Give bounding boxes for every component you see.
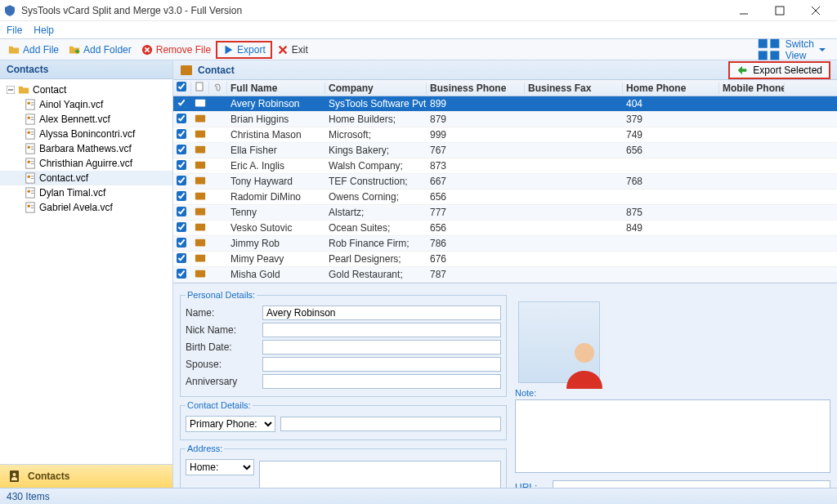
row-checkbox[interactable] xyxy=(177,160,186,170)
nick-field[interactable] xyxy=(262,323,501,337)
svg-rect-49 xyxy=(195,130,205,137)
cell-bphone: 676 xyxy=(427,253,525,265)
add-folder-button[interactable]: Add Folder xyxy=(64,42,137,57)
table-row[interactable]: Mimy Peavy Pearl Designers; 676 xyxy=(173,252,837,267)
birth-label: Birth Date: xyxy=(186,341,257,353)
personal-legend: Personal Details: xyxy=(186,290,257,300)
svg-rect-26 xyxy=(31,149,34,149)
url-field[interactable] xyxy=(553,480,830,488)
table-row[interactable]: Avery Robinson SysTools Software Pvt. Lt… xyxy=(173,96,837,112)
nav-contacts[interactable]: Contacts xyxy=(0,465,172,488)
sidebar-header: Contacts xyxy=(0,60,172,79)
cell-company: Home Builders; xyxy=(325,114,427,125)
row-checkbox[interactable] xyxy=(177,253,186,263)
svg-rect-13 xyxy=(31,102,34,103)
col-home-phone[interactable]: Home Phone xyxy=(623,83,719,94)
table-row[interactable]: Ella Fisher Kings Bakery; 767 656 xyxy=(173,143,837,158)
tree-file[interactable]: Dylan Timal.vcf xyxy=(0,185,172,200)
col-business-phone[interactable]: Business Phone xyxy=(427,83,525,94)
tree-file[interactable]: Alex Bennett.vcf xyxy=(0,112,172,127)
vcf-file-icon xyxy=(25,158,36,169)
table-row[interactable]: Vesko Sutovic Ocean Suites; 656 849 xyxy=(173,221,837,236)
row-checkbox[interactable] xyxy=(177,222,186,232)
table-row[interactable]: Tony Hayward TEF Construction; 667 768 xyxy=(173,174,837,190)
table-row[interactable]: Tenny Alstartz; 777 875 xyxy=(173,205,837,221)
card-icon xyxy=(195,206,206,217)
minimize-button[interactable] xyxy=(726,0,762,21)
address-field[interactable] xyxy=(259,461,501,488)
row-checkbox[interactable] xyxy=(177,238,186,248)
remove-file-label: Remove File xyxy=(156,44,211,56)
row-checkbox[interactable] xyxy=(177,98,186,108)
personal-details-group: Personal Details: Name: Nick Name: Birth… xyxy=(180,290,507,397)
table-row[interactable]: Misha Gold Gold Restaurant; 787 xyxy=(173,267,837,283)
spouse-field[interactable] xyxy=(262,357,501,372)
row-checkbox[interactable] xyxy=(177,269,186,279)
row-checkbox[interactable] xyxy=(177,207,186,216)
table-row[interactable]: Radomir DiMino Owens Corning; 656 xyxy=(173,190,837,205)
table-row[interactable]: Christina Mason Microsoft; 999 749 xyxy=(173,127,837,143)
row-checkbox[interactable] xyxy=(177,129,186,139)
anniv-field[interactable] xyxy=(262,374,501,389)
tree-file[interactable]: Barbara Mathews.vcf xyxy=(0,141,172,156)
row-checkbox[interactable] xyxy=(177,145,186,154)
birth-field[interactable] xyxy=(262,340,501,355)
col-business-fax[interactable]: Business Fax xyxy=(525,83,623,94)
tree-file[interactable]: Christhian Aguirre.vcf xyxy=(0,156,172,171)
menu-file[interactable]: File xyxy=(7,25,22,36)
svg-rect-34 xyxy=(31,178,34,179)
switch-view-dropdown[interactable]: Switch View xyxy=(749,36,834,63)
table-row[interactable]: Brian Higgins Home Builders; 879 379 xyxy=(173,112,837,127)
sidebar-nav: Contacts xyxy=(0,464,172,488)
tree-file[interactable]: Gabriel Avela.vcf xyxy=(0,200,172,215)
tree-root[interactable]: Contact xyxy=(0,83,172,97)
svg-point-28 xyxy=(28,161,31,164)
col-company[interactable]: Company xyxy=(325,83,427,94)
cell-company: SysTools Software Pvt. Lt... xyxy=(325,98,427,109)
svg-rect-37 xyxy=(31,190,34,191)
play-icon xyxy=(222,44,234,56)
detail-pane: Personal Details: Name: Nick Name: Birth… xyxy=(173,283,837,488)
svg-point-59 xyxy=(575,343,594,363)
tree-file[interactable]: Ainol Yaqin.vcf xyxy=(0,97,172,112)
table-row[interactable]: Jimmy Rob Rob Finance Firm; 786 xyxy=(173,236,837,252)
card-icon xyxy=(195,221,206,233)
col-checkbox[interactable] xyxy=(173,82,191,94)
menu-help[interactable]: Help xyxy=(34,25,54,36)
svg-rect-29 xyxy=(31,161,34,162)
col-mobile-phone[interactable]: Mobile Phone xyxy=(719,83,785,94)
cell-bphone: 786 xyxy=(427,238,525,249)
maximize-button[interactable] xyxy=(762,0,798,21)
row-checkbox[interactable] xyxy=(177,191,186,201)
address-type-select[interactable]: Home: xyxy=(186,459,254,475)
svg-point-20 xyxy=(28,132,31,135)
col-full-name[interactable]: Full Name xyxy=(227,83,325,94)
tree-file[interactable]: Alyssa Bonincontri.vcf xyxy=(0,127,172,141)
name-field[interactable] xyxy=(262,306,501,320)
tree-file-label: Barbara Mathews.vcf xyxy=(39,143,132,154)
export-button[interactable]: Export xyxy=(216,41,272,59)
app-icon xyxy=(3,4,16,17)
menubar: File Help xyxy=(0,21,837,39)
row-checkbox[interactable] xyxy=(177,176,186,185)
address-legend: Address: xyxy=(186,444,224,453)
person-icon xyxy=(558,337,611,389)
svg-rect-46 xyxy=(196,83,203,91)
svg-point-44 xyxy=(13,473,16,476)
note-field[interactable] xyxy=(515,399,830,473)
close-button[interactable] xyxy=(798,0,834,21)
table-row[interactable]: Eric A. Inglis Walsh Company; 873 xyxy=(173,158,837,174)
tree-file[interactable]: Contact.vcf xyxy=(0,171,172,185)
svg-rect-33 xyxy=(31,176,34,176)
svg-rect-17 xyxy=(31,117,34,118)
export-selected-button[interactable]: Export Selected xyxy=(728,61,830,79)
primary-phone-select[interactable]: Primary Phone: xyxy=(186,416,275,432)
cell-company: Kings Bakery; xyxy=(325,145,427,156)
vcf-file-icon xyxy=(25,99,36,110)
add-file-button[interactable]: Add File xyxy=(3,42,64,57)
row-checkbox[interactable] xyxy=(177,114,186,123)
cell-bphone: 873 xyxy=(427,160,525,172)
exit-button[interactable]: Exit xyxy=(272,42,313,57)
primary-phone-field[interactable] xyxy=(280,417,501,431)
remove-file-button[interactable]: Remove File xyxy=(137,42,216,57)
